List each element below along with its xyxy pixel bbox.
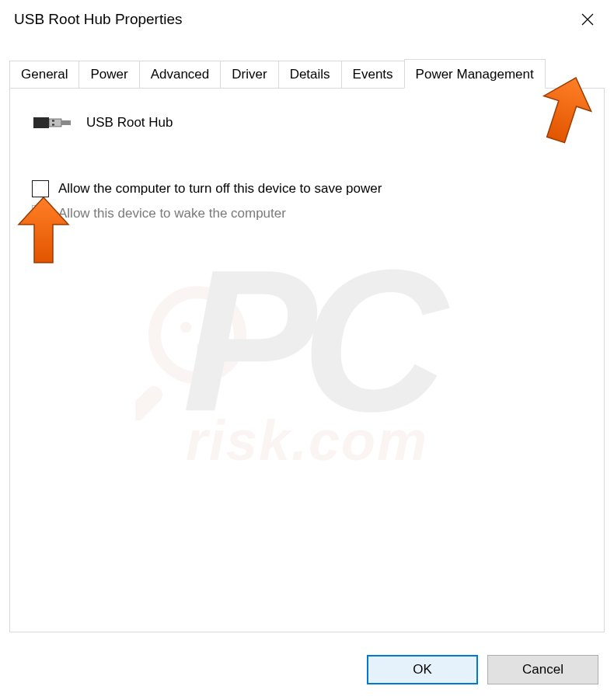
tab-events[interactable]: Events	[341, 61, 405, 89]
checkbox-allow-turn-off[interactable]	[32, 180, 49, 197]
svg-point-2	[155, 292, 240, 378]
svg-point-5	[205, 319, 213, 327]
checkbox-label: Allow this device to wake the computer	[58, 206, 286, 221]
watermark: PC risk.com	[35, 265, 579, 472]
titlebar: USB Root Hub Properties	[0, 0, 614, 39]
button-label: OK	[413, 662, 432, 677]
tab-label: General	[21, 67, 68, 82]
svg-rect-9	[52, 120, 54, 122]
tab-general[interactable]: General	[9, 61, 79, 89]
device-name: USB Root Hub	[86, 115, 173, 131]
tabstrip: General Power Advanced Driver Details Ev…	[0, 39, 614, 89]
svg-rect-11	[61, 120, 71, 125]
close-icon	[581, 13, 594, 26]
svg-rect-3	[135, 382, 166, 420]
tab-advanced[interactable]: Advanced	[139, 61, 222, 89]
tab-power-management[interactable]: Power Management	[404, 59, 546, 89]
tab-driver[interactable]: Driver	[220, 61, 278, 89]
svg-rect-7	[33, 117, 49, 128]
tab-label: Details	[290, 67, 330, 82]
allow-wake-option: Allow this device to wake the computer	[32, 205, 587, 222]
window-title: USB Root Hub Properties	[14, 11, 183, 28]
svg-rect-10	[52, 124, 54, 126]
checkbox-label: Allow the computer to turn off this devi…	[58, 181, 382, 197]
tab-content: PC risk.com USB Root Hub Allow the compu…	[9, 89, 605, 632]
svg-point-6	[197, 342, 206, 351]
cancel-button[interactable]: Cancel	[487, 655, 598, 684]
tab-label: Events	[353, 67, 393, 82]
close-button[interactable]	[564, 3, 611, 36]
button-bar: OK Cancel	[367, 655, 598, 684]
tab-label: Power	[90, 67, 127, 82]
svg-point-4	[180, 322, 191, 333]
allow-turn-off-option[interactable]: Allow the computer to turn off this devi…	[32, 180, 587, 197]
tab-power[interactable]: Power	[78, 61, 139, 89]
checkbox-allow-wake	[32, 205, 49, 222]
tab-label: Power Management	[416, 67, 534, 82]
magnifier-icon	[135, 280, 275, 420]
tab-label: Advanced	[151, 67, 210, 82]
ok-button[interactable]: OK	[367, 655, 478, 684]
tab-label: Driver	[232, 67, 267, 82]
device-header: USB Root Hub	[32, 110, 587, 135]
button-label: Cancel	[522, 662, 563, 677]
svg-rect-8	[49, 119, 61, 127]
watermark-text: PC	[182, 265, 431, 416]
tab-details[interactable]: Details	[278, 61, 342, 89]
usb-plug-icon	[32, 110, 72, 135]
watermark-domain: risk.com	[35, 409, 579, 472]
